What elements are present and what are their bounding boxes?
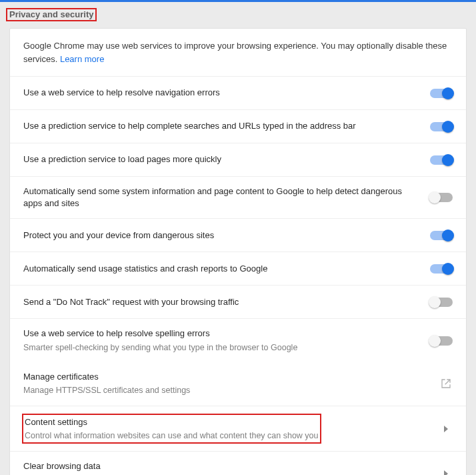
row-title: Protect you and your device from dangero… [23,229,418,242]
toggle-switch[interactable] [430,122,453,131]
row-title: Manage certificates [23,371,427,383]
row-text: Send a "Do Not Track" request with your … [23,296,430,308]
toggle-knob [442,229,454,242]
toggle-switch[interactable] [430,89,453,98]
setting-row: Automatically send usage statistics and … [10,252,466,286]
row-text: Manage certificatesManage HTTPS/SSL cert… [23,371,439,397]
row-text: Use a prediction service to help complet… [23,120,430,132]
row-title: Use a web service to help resolve naviga… [23,87,418,99]
row-title: Clear browsing data [23,460,427,472]
row-title: Content settings [25,416,319,428]
row-text: Clear browsing dataClear history, cookie… [23,460,439,475]
chevron-right-icon [439,467,453,475]
row-title: Use a web service to help resolve spelli… [23,328,418,340]
setting-row: Use a prediction service to help complet… [10,110,466,143]
toggle-knob [442,87,454,99]
nav-row-clear-browsing-data[interactable]: Clear browsing dataClear history, cookie… [10,452,466,475]
toggle-switch[interactable] [430,155,453,165]
learn-more-link[interactable]: Learn more [60,54,104,64]
nav-row-manage-certificates[interactable]: Manage certificatesManage HTTPS/SSL cert… [10,362,466,406]
row-text: Protect you and your device from dangero… [23,229,430,242]
row-title: Use a prediction service to help complet… [23,120,418,132]
chevron-right-icon [439,422,453,436]
toggle-knob [429,335,441,347]
privacy-panel: Google Chrome may use web services to im… [9,28,467,475]
row-text: Automatically send usage statistics and … [23,263,430,275]
row-subtitle: Control what information websites can us… [25,430,319,442]
nav-row-content-settings[interactable]: Content settingsControl what information… [10,406,466,452]
toggle-switch[interactable] [430,298,453,307]
external-link-icon [439,377,453,390]
row-title: Send a "Do Not Track" request with your … [23,296,418,308]
section-title-wrap: Privacy and security [0,2,476,28]
highlight-box: Content settingsControl what information… [22,414,321,444]
toggle-knob [442,121,454,133]
setting-row: Automatically send some system informati… [10,177,466,219]
setting-row: Use a web service to help resolve spelli… [10,319,466,362]
toggle-knob [429,191,441,203]
section-title: Privacy and security [6,8,97,21]
row-subtitle: Manage HTTPS/SSL certificates and settin… [23,385,427,397]
row-text: Use a web service to help resolve naviga… [23,87,430,99]
row-title: Use a prediction service to load pages m… [23,153,418,165]
row-subtitle: Smarter spell-checking by sending what y… [23,342,418,354]
toggle-switch[interactable] [430,264,453,274]
toggle-switch[interactable] [430,336,453,346]
toggle-knob [442,263,454,275]
toggle-knob [429,296,441,308]
toggle-knob [442,154,454,166]
setting-row: Send a "Do Not Track" request with your … [10,286,466,319]
row-text: Use a prediction service to load pages m… [23,153,430,165]
row-text: Use a web service to help resolve spelli… [23,328,430,354]
setting-row: Use a web service to help resolve naviga… [10,77,466,110]
intro-text: Google Chrome may use web services to im… [10,29,466,77]
toggle-switch[interactable] [430,193,453,202]
row-title: Automatically send some system informati… [23,185,418,209]
setting-row: Protect you and your device from dangero… [10,219,466,252]
toggle-switch[interactable] [430,231,453,240]
row-title: Automatically send usage statistics and … [23,263,418,275]
setting-row: Use a prediction service to load pages m… [10,143,466,177]
row-text: Automatically send some system informati… [23,185,430,209]
row-text: Content settingsControl what information… [23,415,439,443]
